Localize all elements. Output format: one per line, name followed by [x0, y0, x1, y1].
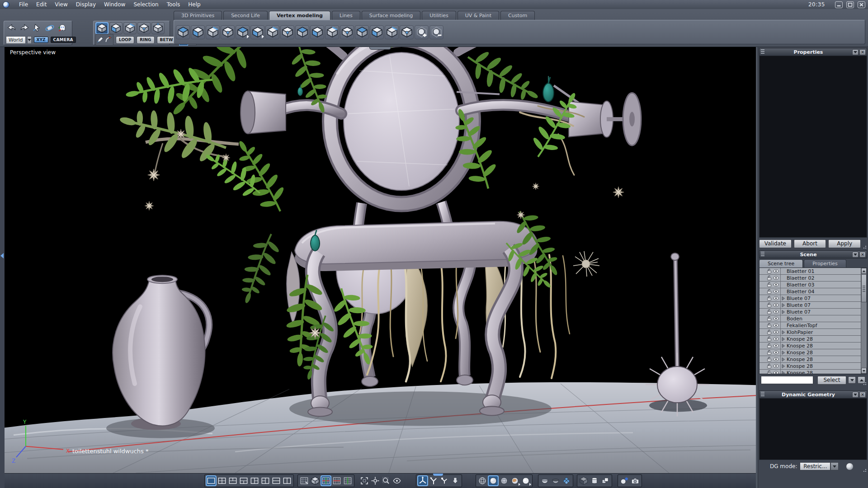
dock-menu-icon[interactable] — [852, 49, 859, 55]
menu-tools[interactable]: Tools — [163, 0, 184, 9]
dock-menu-icon[interactable] — [852, 252, 859, 258]
select-faces-icon[interactable] — [109, 22, 123, 34]
scene-tree-item[interactable]: Knospe 28 — [760, 363, 861, 370]
mirror-geometry-icon[interactable] — [400, 25, 414, 39]
scroll-up-icon[interactable] — [861, 268, 867, 274]
sds-display-icon[interactable] — [561, 476, 571, 486]
expand-arrow-icon[interactable] — [780, 309, 785, 315]
weld-vertices-icon[interactable] — [325, 25, 339, 39]
visibility-eye-icon[interactable] — [773, 323, 779, 328]
expand-arrow-icon[interactable] — [780, 336, 785, 343]
dock-close-icon[interactable]: × — [859, 49, 866, 55]
layout-two-columns-icon[interactable] — [282, 476, 292, 486]
scene-tree-scrollbar[interactable] — [861, 268, 867, 374]
backfaces-on-icon[interactable] — [540, 476, 550, 486]
look-at-icon[interactable] — [392, 476, 402, 486]
undo-icon[interactable] — [6, 23, 18, 33]
layout-two-top-one-bottom-icon[interactable] — [228, 476, 238, 486]
menu-display[interactable]: Display — [72, 0, 100, 9]
paint-select-icon[interactable] — [96, 34, 104, 45]
redo-icon[interactable] — [19, 23, 30, 33]
grid-x-axis-icon[interactable] — [332, 476, 342, 486]
snap-object-icon[interactable] — [310, 476, 320, 486]
ghost-tool-icon[interactable] — [57, 23, 68, 33]
drop-manipulator-icon[interactable] — [450, 476, 460, 486]
scroll-down-icon[interactable] — [861, 368, 867, 374]
lock-icon[interactable] — [766, 350, 773, 356]
scene-tree-item[interactable]: Blaetter 03 — [760, 282, 861, 288]
expand-arrow-icon[interactable] — [780, 349, 785, 356]
move-component-icon[interactable] — [280, 25, 294, 39]
dynamic-geometry-dock-header[interactable]: Dynamic Geometry × — [759, 390, 867, 399]
scene-filter-input[interactable] — [761, 376, 813, 384]
scroll-thumb[interactable] — [861, 274, 867, 302]
viewport-splitter-handle[interactable] — [369, 47, 391, 50]
push-pull-faces-icon[interactable] — [370, 25, 384, 39]
collapse-components-icon[interactable] — [355, 25, 369, 39]
dock-grip-icon[interactable] — [761, 252, 764, 257]
extrude-faces-icon[interactable] — [176, 25, 190, 39]
close-button[interactable] — [858, 1, 865, 8]
visibility-eye-icon[interactable] — [773, 363, 779, 369]
expand-arrow-icon[interactable] — [780, 295, 785, 302]
relax-vertices-icon[interactable] — [295, 25, 309, 39]
grid-axes-icon[interactable] — [321, 476, 331, 486]
ribbon-tab[interactable]: 3D Primitives — [174, 11, 222, 20]
scene-tree-item[interactable]: FekalienTopf — [760, 322, 861, 329]
scene-tree-item[interactable]: Knospe 28 — [760, 343, 861, 349]
visibility-eye-icon[interactable] — [773, 336, 779, 342]
grid-y-axis-icon[interactable] — [343, 476, 353, 486]
visibility-eye-icon[interactable] — [773, 343, 779, 349]
visibility-eye-icon[interactable] — [773, 302, 779, 308]
resize-grip-icon[interactable] — [863, 245, 867, 249]
textured-mode-icon[interactable] — [510, 476, 520, 486]
maximize-button[interactable] — [846, 1, 854, 8]
dock-grip-icon[interactable] — [761, 392, 764, 397]
convert-selection-icon[interactable] — [104, 34, 113, 45]
layout-one-left-two-right-icon[interactable] — [250, 476, 259, 486]
expand-arrow-icon[interactable] — [780, 363, 785, 370]
scene-tree-item[interactable]: Knospe 28 — [760, 336, 861, 343]
loop-button[interactable]: LOOP — [116, 36, 134, 44]
resize-grip-icon[interactable] — [863, 468, 867, 472]
lock-icon[interactable] — [766, 296, 773, 301]
menu-file[interactable]: File — [15, 0, 32, 9]
bevel-faces-icon[interactable] — [206, 25, 220, 39]
expand-arrow-icon[interactable] — [780, 356, 785, 363]
visibility-eye-icon[interactable] — [773, 289, 779, 295]
lock-icon[interactable] — [766, 363, 773, 369]
scene-tree-item[interactable]: Knospe 28 — [760, 349, 861, 356]
material-mode-icon[interactable] — [521, 476, 531, 486]
dock-grip-icon[interactable] — [761, 49, 764, 55]
minimize-button[interactable] — [835, 1, 843, 8]
select-components-icon[interactable] — [151, 22, 165, 34]
visibility-eye-icon[interactable] — [773, 350, 779, 356]
dock-menu-icon[interactable] — [852, 392, 859, 398]
ribbon-tab[interactable]: UV & Paint — [458, 11, 499, 20]
world-selector-arrow-icon[interactable] — [27, 36, 32, 44]
piped-geometry-icon[interactable] — [590, 476, 599, 486]
pan-view-icon[interactable] — [370, 476, 380, 486]
zoom-region-icon[interactable] — [381, 476, 391, 486]
select-prev-icon[interactable] — [848, 376, 856, 384]
expand-arrow-icon[interactable] — [780, 370, 785, 375]
scene-tab[interactable]: Properties — [804, 259, 846, 267]
world-selector[interactable]: World — [6, 36, 26, 44]
menu-window[interactable]: Window — [100, 0, 129, 9]
visibility-eye-icon[interactable] — [773, 275, 779, 281]
layout-quad-icon[interactable] — [217, 476, 227, 486]
scale-manipulator-icon[interactable] — [439, 476, 449, 486]
lock-icon[interactable] — [766, 309, 773, 315]
ribbon-tab[interactable]: Vertex modeling — [269, 11, 330, 20]
menu-selection[interactable]: Selection — [129, 0, 162, 9]
backfaces-off-icon[interactable] — [551, 476, 561, 486]
scene-tree-item[interactable]: Bluete 07 — [760, 295, 861, 302]
select-edges-icon[interactable] — [123, 22, 137, 34]
lock-icon[interactable] — [766, 323, 773, 328]
camera-toggle-button[interactable]: CAMERA — [51, 37, 76, 43]
render-snapshot-icon[interactable] — [630, 476, 640, 486]
lock-icon[interactable] — [766, 370, 773, 375]
extrude-edges-icon[interactable] — [385, 25, 399, 39]
visibility-eye-icon[interactable] — [773, 296, 779, 301]
scene-tree-item[interactable]: Bluete 07 — [760, 302, 861, 309]
